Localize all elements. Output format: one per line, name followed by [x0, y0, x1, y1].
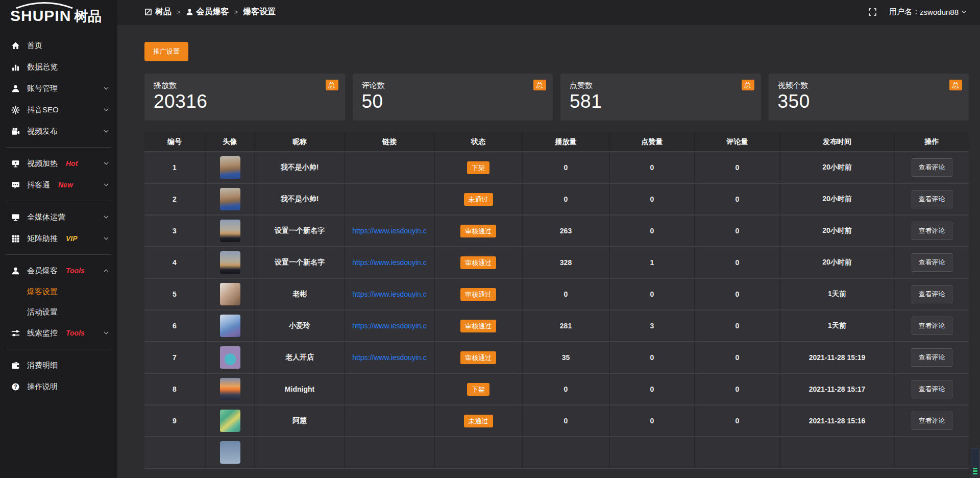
svg-text:?: ? [14, 384, 17, 389]
sidebar-subitem-activity-settings[interactable]: 活动设置 [0, 302, 117, 322]
sidebar-item-label: 抖客通 [27, 180, 50, 190]
sidebar-item-media-operation[interactable]: 全媒体运营 [0, 206, 117, 228]
app-logo[interactable]: SHUPIN树品 [0, 0, 117, 32]
cell-status: 审核通过 [434, 310, 522, 342]
sidebar-subitem-label: 活动设置 [27, 307, 58, 317]
cell-id: 9 [144, 405, 205, 437]
menu-tag: Tools [66, 267, 85, 275]
view-comments-button[interactable]: 查看评论 [912, 285, 952, 303]
view-comments-button[interactable]: 查看评论 [912, 317, 952, 335]
cell-plays: 328 [522, 247, 609, 278]
table-row: 1 我不是小帅! 下架 0 0 0 20小时前 查看评论 [144, 152, 969, 183]
help-icon: ? [11, 383, 20, 391]
view-comments-button[interactable]: 查看评论 [912, 348, 952, 367]
promo-settings-button[interactable]: 推广设置 [144, 42, 188, 61]
sidebar-item-consume-detail[interactable]: 消费明细 [0, 354, 117, 376]
chevron-down-icon [103, 214, 109, 220]
cell-status: 审核通过 [434, 278, 522, 310]
cell-plays: 0 [522, 405, 609, 437]
chat-icon [11, 181, 20, 189]
cell-time: 2021-11-28 15:19 [780, 342, 894, 373]
view-comments-button[interactable]: 查看评论 [912, 158, 952, 177]
chevron-down-icon [103, 128, 109, 134]
cell-nickname: 我不是小帅! [255, 183, 345, 215]
cell-nickname: 我不是小帅! [255, 152, 345, 183]
cell-time [780, 437, 894, 468]
status-badge: 审核通过 [460, 225, 496, 237]
cell-nickname: 设置一个新名字 [255, 215, 345, 247]
sidebar-item-home[interactable]: 首页 [0, 35, 117, 56]
sidebar-menu: 首页 数据总览 账号管理 抖音SEO 视频发布 视频加热 Hot 抖客通 New… [0, 32, 117, 397]
user-menu[interactable]: 用户名：zswodun88 [889, 7, 967, 17]
breadcrumb-item-member-baoke[interactable]: 会员爆客 [186, 7, 229, 17]
sidebar-subitem-label: 爆客设置 [27, 287, 58, 297]
view-comments-button[interactable]: 查看评论 [912, 380, 952, 398]
view-comments-button[interactable]: 查看评论 [912, 412, 952, 430]
table-row [144, 437, 969, 468]
table-row: 6 小爱玲 https://www.iesdouyin.c 审核通过 281 3… [144, 310, 969, 342]
cell-status: 未通过 [434, 183, 522, 215]
cell-action: 查看评论 [894, 183, 969, 215]
sidebar-item-data-overview[interactable]: 数据总览 [0, 56, 117, 78]
sidebar-subitem-baoke-settings[interactable]: 爆客设置 [0, 281, 117, 302]
cell-comments: 0 [695, 405, 780, 437]
menu-divider [6, 201, 111, 201]
sidebar-item-label: 账号管理 [27, 84, 58, 93]
column-header: 评论量 [695, 132, 780, 152]
chevron-down-icon [103, 85, 109, 91]
menu-tag: Hot [66, 159, 78, 168]
status-badge: 审核通过 [460, 351, 496, 364]
sidebar-item-video-publish[interactable]: 视频发布 [0, 121, 117, 142]
chevron-down-icon [103, 235, 109, 242]
view-comments-button[interactable]: 查看评论 [912, 190, 952, 208]
cell-action: 查看评论 [894, 215, 969, 247]
video-link[interactable]: https://www.iesdouyin.c [345, 322, 434, 330]
cell-nickname [255, 437, 345, 468]
app-window: SHUPIN树品 首页 数据总览 账号管理 抖音SEO 视频发布 视频加热 Ho… [0, 0, 980, 478]
avatar [220, 188, 240, 210]
menu-tag: Tools [66, 329, 85, 337]
fullscreen-icon[interactable] [868, 8, 877, 16]
sidebar-item-matrix-boost[interactable]: 矩阵助推 VIP [0, 228, 117, 249]
sidebar-item-member-baoke[interactable]: 会员爆客 Tools [0, 260, 117, 281]
heat-icon [11, 159, 20, 168]
cell-id: 4 [144, 247, 205, 278]
topbar-right: 用户名：zswodun88 [868, 7, 967, 17]
cell-avatar [205, 247, 255, 278]
widget-bar [973, 473, 977, 474]
cell-avatar [205, 152, 255, 183]
video-link[interactable]: https://www.iesdouyin.c [345, 353, 434, 362]
cell-time: 20小时前 [780, 215, 894, 247]
view-comments-button[interactable]: 查看评论 [912, 253, 952, 272]
sidebar-item-operation-guide[interactable]: ? 操作说明 [0, 376, 117, 397]
status-badge: 未通过 [464, 415, 493, 427]
video-link[interactable]: https://www.iesdouyin.c [345, 227, 434, 235]
cell-status: 审核通过 [434, 215, 522, 247]
cell-status: 审核通过 [434, 247, 522, 278]
sidebar-item-douyin-seo[interactable]: 抖音SEO [0, 99, 117, 121]
cell-id: 7 [144, 342, 205, 373]
cell-time: 1天前 [780, 310, 894, 342]
cell-action: 查看评论 [894, 310, 969, 342]
breadcrumb-item-shupin[interactable]: 树品 [144, 7, 172, 17]
cell-id: 1 [144, 152, 205, 183]
cell-time: 2021-11-28 15:17 [780, 373, 894, 405]
wallet-icon [11, 361, 20, 370]
scroll-widget[interactable] [971, 448, 979, 476]
cell-action: 查看评论 [894, 373, 969, 405]
sidebar-item-account-manage[interactable]: 账号管理 [0, 78, 117, 99]
grid-icon [11, 234, 20, 243]
cell-comments: 0 [695, 278, 780, 310]
video-link[interactable]: https://www.iesdouyin.c [345, 290, 434, 298]
video-link[interactable]: https://www.iesdouyin.c [345, 258, 434, 267]
sidebar-item-video-heat[interactable]: 视频加热 Hot [0, 153, 117, 174]
sidebar-item-douke-tong[interactable]: 抖客通 New [0, 174, 117, 196]
sidebar-item-clue-monitor[interactable]: 线索监控 Tools [0, 322, 117, 344]
stat-card-videos: 视频个数 350 总 [769, 74, 969, 121]
cell-avatar [205, 437, 255, 468]
cell-link: https://www.iesdouyin.c [345, 215, 434, 247]
total-badge: 总 [742, 80, 754, 90]
breadcrumb-separator: > [177, 8, 181, 16]
chevron-down-icon [103, 182, 109, 188]
view-comments-button[interactable]: 查看评论 [912, 222, 952, 240]
